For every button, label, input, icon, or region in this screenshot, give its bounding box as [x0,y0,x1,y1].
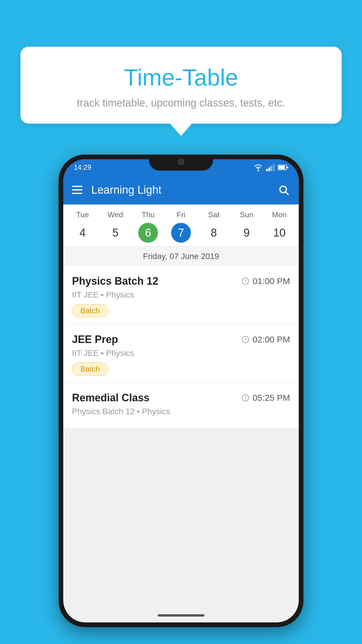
schedule-item-subtitle: IIT JEE • Physics [72,290,290,300]
day-label: Fri [177,210,185,219]
calendar-days-row: Tue4Wed5Thu6Fri7Sat8Sun9Mon10 [63,210,299,243]
day-label: Mon [272,210,287,219]
svg-line-9 [286,192,288,195]
day-number: 7 [171,223,191,243]
battery-icon [278,164,288,170]
svg-rect-1 [266,169,268,171]
app-bar: Learning Light [63,175,299,204]
calendar-day-col[interactable]: Sun9 [232,210,261,243]
phone-notch [149,155,213,171]
schedule-item-time: 05:25 PM [241,393,290,403]
day-number: 5 [106,223,125,243]
schedule-item-header: Remedial Class05:25 PM [72,392,290,404]
schedule-list: Physics Batch 1201:00 PMIIT JEE • Physic… [63,266,299,428]
phone-screen: 14:29 [63,159,299,622]
day-number: 8 [204,223,224,243]
schedule-item-header: JEE Prep02:00 PM [72,333,290,346]
clock-icon [241,277,250,286]
day-number: 4 [73,223,92,243]
batch-badge: Batch [72,304,108,317]
schedule-item[interactable]: Physics Batch 1201:00 PMIIT JEE • Physic… [63,266,299,325]
search-icon [278,184,289,195]
day-label: Thu [142,210,155,219]
day-label: Wed [108,210,123,219]
schedule-item-subtitle: IIT JEE • Physics [72,349,290,358]
svg-rect-2 [268,167,270,171]
clock-icon [241,393,250,402]
search-button[interactable] [277,183,290,196]
schedule-item[interactable]: JEE Prep02:00 PMIIT JEE • PhysicsBatch [63,325,299,383]
signal-icon [266,164,275,171]
schedule-item-title: Physics Batch 12 [72,275,158,287]
calendar-day-col[interactable]: Sat8 [199,210,229,243]
calendar-day-col[interactable]: Wed5 [101,210,130,243]
day-label: Sat [208,210,219,219]
svg-rect-6 [278,166,285,169]
hamburger-menu-button[interactable] [72,186,82,194]
calendar-day-col[interactable]: Tue4 [68,210,97,243]
calendar-day-col[interactable]: Fri7 [166,210,196,243]
svg-rect-3 [271,166,273,171]
schedule-item-title: Remedial Class [72,392,150,404]
selected-date-label: Friday, 07 June 2019 [63,246,299,266]
day-label: Tue [76,210,89,219]
day-label: Sun [240,210,253,219]
schedule-item-title: JEE Prep [72,333,118,346]
phone-frame: 14:29 [59,155,303,627]
tooltip-subtitle: track timetable, upcoming classes, tests… [35,97,327,109]
status-icons [253,164,288,171]
time-text: 01:00 PM [253,276,290,286]
svg-point-0 [258,170,259,171]
calendar-day-col[interactable]: Mon10 [265,210,294,243]
app-title: Learning Light [91,184,277,196]
front-camera [178,159,184,165]
calendar-day-col[interactable]: Thu6 [133,210,163,243]
schedule-item[interactable]: Remedial Class05:25 PMPhysics Batch 12 •… [63,383,299,428]
wifi-icon [253,164,263,171]
day-number: 6 [138,223,158,243]
batch-badge: Batch [72,363,108,376]
calendar-strip: Tue4Wed5Thu6Fri7Sat8Sun9Mon10 Friday, 07… [63,204,299,266]
schedule-item-header: Physics Batch 1201:00 PM [72,275,290,287]
svg-rect-4 [273,164,275,171]
svg-rect-7 [287,167,288,168]
home-indicator [158,614,204,617]
time-text: 05:25 PM [253,393,290,403]
schedule-item-time: 01:00 PM [241,276,290,286]
tooltip-title: Time-Table [35,64,327,91]
day-number: 10 [270,223,289,243]
tooltip-card: Time-Table track timetable, upcoming cla… [20,47,342,124]
schedule-item-time: 02:00 PM [241,335,290,344]
schedule-item-subtitle: Physics Batch 12 • Physics [72,407,290,416]
clock-icon [241,335,250,344]
day-number: 9 [237,223,256,243]
time-text: 02:00 PM [253,335,290,344]
status-time: 14:29 [74,163,91,172]
